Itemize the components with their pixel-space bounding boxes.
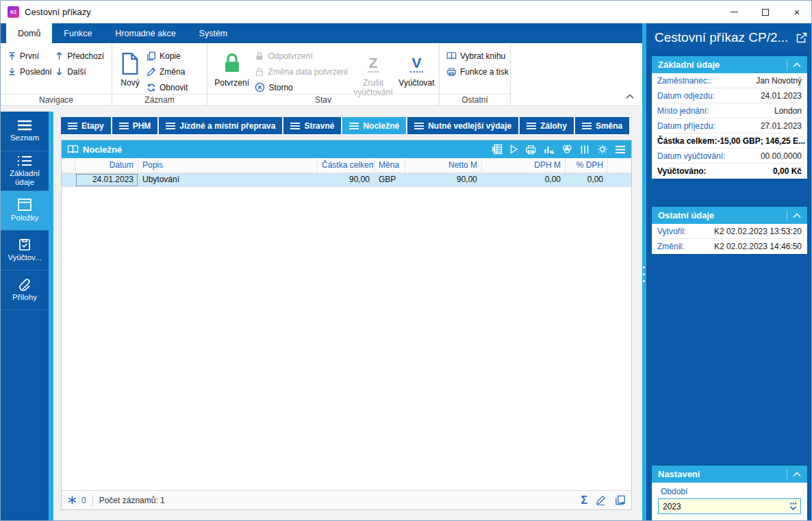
row-selector-cell[interactable]	[62, 173, 75, 187]
first-button[interactable]: První	[8, 48, 55, 64]
edit-pencil-icon[interactable]	[596, 495, 606, 505]
previous-button[interactable]: Předchozí	[55, 48, 107, 64]
change-button[interactable]: Změna	[147, 64, 188, 79]
print-icon[interactable]	[525, 144, 537, 155]
cell-dph[interactable]: 0,00	[482, 173, 566, 187]
close-button[interactable]: ×	[781, 1, 812, 23]
settle-button[interactable]: V Vyúčtovat	[398, 48, 435, 98]
ribbon-group-stav: Potvrzení Odpotvrzení Změna data potvrze…	[207, 43, 440, 105]
cell-datum[interactable]: 24.01.2023	[75, 173, 138, 187]
functions-print-button[interactable]: Funkce a tisk	[446, 64, 509, 79]
tab-phm[interactable]: PHM	[112, 117, 158, 134]
ribbon-tab-system[interactable]: Systém	[188, 23, 240, 43]
sidebar-item-prilohy[interactable]: Přílohy	[1, 270, 49, 310]
menu-icon[interactable]	[615, 145, 626, 154]
cell-mena[interactable]: GBP	[375, 173, 405, 187]
book-icon	[67, 144, 79, 154]
card-header-ostatni[interactable]: Ostatní údaje	[652, 207, 807, 224]
detail-row: Místo jednání:London	[657, 103, 802, 118]
cancel-settlement-icon: Z	[368, 55, 379, 73]
columns-icon[interactable]	[580, 144, 590, 155]
refresh-button[interactable]: Obnovit	[147, 79, 188, 95]
close-icon: ×	[794, 6, 800, 18]
column-datum[interactable]: Datum	[75, 158, 138, 173]
tab-noclezne[interactable]: Nocležné	[342, 117, 406, 134]
cell-popis[interactable]: Ubytování	[138, 173, 318, 187]
select-book-button[interactable]: Vybrat knihu	[446, 48, 509, 64]
column-castka-celkem[interactable]: Částka celkem M	[318, 158, 375, 173]
settings-gear-icon[interactable]	[597, 144, 608, 155]
column-mena[interactable]: Měna	[375, 158, 405, 173]
column-dph[interactable]: DPH M	[482, 158, 566, 173]
minimize-button[interactable]	[718, 1, 750, 23]
tab-zalohy[interactable]: Zálohy	[520, 117, 574, 134]
chevron-up-icon	[793, 472, 801, 477]
cell-castka[interactable]: 90,00	[318, 173, 375, 187]
tab-smena[interactable]: Směna	[575, 117, 629, 134]
unconfirm-button[interactable]: Odpotvrzení	[255, 48, 348, 64]
copy-add-icon[interactable]	[614, 495, 626, 506]
color-filter-icon[interactable]	[561, 144, 573, 155]
tab-etapy[interactable]: Etapy	[61, 117, 111, 134]
cancel-settlement-button[interactable]: Z Zrušit vyúčtování	[353, 48, 393, 98]
card-header-nastaveni[interactable]: Nastavení	[652, 466, 807, 483]
new-button[interactable]: Nový	[120, 48, 140, 95]
new-document-icon	[120, 53, 140, 75]
card-header-zakladni[interactable]: Základní údaje	[652, 56, 807, 73]
sidebar-item-zakladni-udaje[interactable]: Základní údaje	[1, 151, 49, 191]
settle-icon: V	[410, 55, 422, 73]
chart-icon[interactable]	[544, 144, 555, 155]
sidebar-item-polozky[interactable]: Položky	[1, 191, 49, 231]
ribbon-collapse-button[interactable]	[626, 90, 634, 102]
collapse-section-button[interactable]	[787, 60, 801, 71]
column-filler	[608, 158, 631, 173]
filter-star-icon[interactable]	[67, 495, 77, 505]
next-button[interactable]: Další	[55, 64, 107, 79]
change-confirm-date-button[interactable]: Změna data potvrzení	[255, 64, 348, 79]
excel-export-icon[interactable]	[492, 144, 503, 155]
detail-row: Zaměstnanec::Jan Novotný	[657, 73, 802, 88]
collapse-section-button[interactable]	[787, 210, 801, 221]
column-selector[interactable]	[62, 158, 75, 173]
lock-outline-icon	[255, 67, 264, 77]
ribbon-tab-domu[interactable]: Domů	[6, 23, 52, 43]
tab-nutne-vedlejsi-vydaje[interactable]: Nutné vedlejší výdaje	[407, 117, 518, 134]
tab-jizdne[interactable]: Jízdné a místní přeprava	[159, 117, 282, 134]
column-popis[interactable]: Popis	[138, 158, 318, 173]
period-dropdown-button[interactable]	[785, 502, 800, 511]
sidebar-accent-stripe	[49, 112, 53, 521]
sum-icon[interactable]: Σ	[581, 495, 587, 506]
card-nastaveni: Nastavení Období	[651, 465, 808, 521]
dropdown-dots-icon	[788, 502, 798, 511]
storno-button[interactable]: Storno	[255, 79, 348, 95]
table-row[interactable]: 24.01.2023 Ubytování 90,00 GBP 90,00 0,0…	[62, 173, 631, 187]
maximize-button[interactable]	[750, 1, 781, 23]
detail-title-row: Cestovní příkaz CP/2...	[655, 30, 807, 45]
open-external-icon[interactable]	[796, 32, 807, 44]
confirm-button[interactable]: Potvrzení	[214, 48, 249, 98]
grid-empty-area[interactable]	[62, 187, 631, 490]
ribbon-tabstrip: Domů Funkce Hromadné akce Systém	[1, 23, 642, 43]
tab-lines-icon	[414, 123, 424, 129]
ribbon: První Poslední Předchozí Další	[1, 43, 642, 106]
copy-button[interactable]: Kopie	[147, 48, 188, 64]
k2-logo-icon: K2	[8, 6, 19, 18]
period-input[interactable]	[659, 502, 785, 511]
group-label-navigace: Navigace	[1, 94, 112, 105]
items-box-icon	[17, 198, 32, 212]
sidebar-item-vyuctovani[interactable]: Vyúčtov...	[1, 231, 49, 270]
chevron-up-icon	[793, 62, 801, 68]
sidebar-item-seznam[interactable]: Seznam	[1, 112, 49, 151]
maximize-icon	[762, 9, 769, 16]
collapse-section-button[interactable]	[787, 469, 801, 480]
cell-netto[interactable]: 90,00	[405, 173, 482, 187]
play-icon[interactable]	[509, 144, 518, 154]
tab-stravne[interactable]: Stravné	[283, 117, 341, 134]
column-netto[interactable]: Netto M	[405, 158, 482, 173]
arrow-last-icon	[8, 67, 16, 76]
ribbon-tab-hromadne-akce[interactable]: Hromadné akce	[103, 23, 187, 43]
last-button[interactable]: Poslední	[8, 64, 55, 79]
cell-pct[interactable]: 0,00	[566, 173, 608, 187]
column-pct-dph[interactable]: % DPH	[566, 158, 608, 173]
ribbon-tab-funkce[interactable]: Funkce	[52, 23, 103, 43]
